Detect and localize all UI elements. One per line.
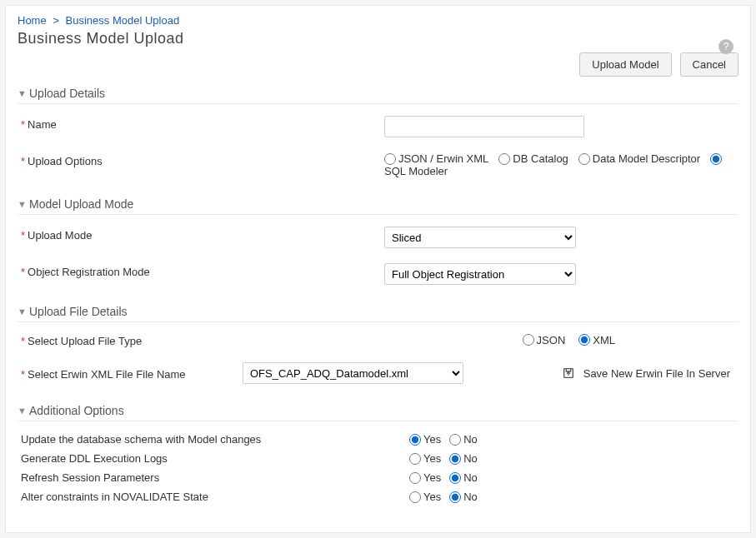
name-input[interactable] <box>384 116 584 137</box>
object-registration-select[interactable]: Full Object Registration <box>384 263 576 285</box>
radio-gen-ddl-yes[interactable] <box>409 453 421 465</box>
erwin-file-select[interactable]: OFS_CAP_ADQ_Datamodel.xml <box>243 362 463 384</box>
radio-file-xml[interactable] <box>578 334 590 346</box>
label-dmd: Data Model Descriptor <box>593 152 700 165</box>
chevron-down-icon: ▼ <box>18 88 26 98</box>
chevron-down-icon: ▼ <box>18 199 26 209</box>
chevron-down-icon: ▼ <box>18 306 26 316</box>
file-type-group: JSON XML <box>243 334 738 346</box>
refresh-session-label: Refresh Session Parameters <box>18 471 409 484</box>
update-schema-label: Update the database schema with Model ch… <box>18 433 409 446</box>
label-no: No <box>463 433 478 446</box>
label-yes: Yes <box>423 452 441 465</box>
radio-dmd[interactable] <box>578 153 590 165</box>
row-file-type: *Select Upload File Type JSON XML <box>18 331 738 359</box>
row-refresh-session: Refresh Session Parameters Yes No <box>18 468 738 487</box>
breadcrumb: Home > Business Model Upload <box>18 14 738 27</box>
radio-alter-no[interactable] <box>449 491 461 503</box>
radio-sql-modeler[interactable] <box>710 153 722 165</box>
section-header-additional-options[interactable]: ▼ Additional Options <box>18 404 738 421</box>
label-yes: Yes <box>423 433 441 446</box>
section-header-upload-file-details[interactable]: ▼ Upload File Details <box>18 305 738 322</box>
row-upload-options: *Upload Options JSON / Erwin XML DB Cata… <box>18 149 738 189</box>
section-title: Additional Options <box>29 404 124 417</box>
object-registration-label: *Object Registration Mode <box>18 263 243 278</box>
section-title: Upload File Details <box>29 305 128 318</box>
radio-gen-ddl-no[interactable] <box>449 453 461 465</box>
save-new-file[interactable]: Save New Erwin File In Server <box>562 366 730 380</box>
row-object-registration: *Object Registration Mode Full Object Re… <box>18 260 738 296</box>
save-icon <box>562 366 575 380</box>
breadcrumb-separator: > <box>53 14 59 27</box>
upload-mode-label-text: Upload Mode <box>28 229 92 242</box>
label-sql-modeler: SQL Modeler <box>384 165 448 177</box>
section-upload-details: ▼ Upload Details *Name *Upload Options J… <box>18 87 738 189</box>
cancel-button[interactable]: Cancel <box>680 52 738 77</box>
row-gen-ddl: Generate DDL Execution Logs Yes No <box>18 449 738 468</box>
row-update-schema: Update the database schema with Model ch… <box>18 430 738 449</box>
label-no: No <box>463 452 478 465</box>
chevron-down-icon: ▼ <box>18 406 26 416</box>
label-db-catalog: DB Catalog <box>513 152 568 165</box>
breadcrumb-current-link[interactable]: Business Model Upload <box>66 14 180 27</box>
section-upload-file-details: ▼ Upload File Details *Select Upload Fil… <box>18 305 738 396</box>
upload-options-label: *Upload Options <box>18 152 243 167</box>
page-title: Business Model Upload <box>18 30 738 47</box>
row-upload-mode: *Upload Mode Sliced <box>18 223 738 260</box>
radio-file-json[interactable] <box>523 334 534 346</box>
alter-constraints-label: Alter constraints in NOVALIDATE State <box>18 491 409 503</box>
label-no: No <box>463 491 478 503</box>
row-erwin-file: *Select Erwin XML File File Name OFS_CAP… <box>18 359 738 396</box>
name-label: *Name <box>18 116 243 131</box>
section-title: Model Upload Mode <box>29 197 133 211</box>
radio-refresh-yes[interactable] <box>409 472 421 484</box>
object-registration-label-text: Object Registration Mode <box>28 266 150 278</box>
upload-mode-label: *Upload Mode <box>18 227 243 242</box>
label-file-xml: XML <box>593 334 615 346</box>
radio-json-erwin[interactable] <box>384 153 396 165</box>
radio-alter-yes[interactable] <box>409 491 421 503</box>
upload-mode-select[interactable]: Sliced <box>384 227 576 248</box>
radio-db-catalog[interactable] <box>498 153 510 165</box>
section-header-upload-details[interactable]: ▼ Upload Details <box>18 87 738 104</box>
row-name: *Name <box>18 112 738 149</box>
row-alter-constraints: Alter constraints in NOVALIDATE State Ye… <box>18 487 738 506</box>
label-yes: Yes <box>423 471 441 484</box>
label-yes: Yes <box>423 491 441 503</box>
upload-options-group: JSON / Erwin XML DB Catalog Data Model D… <box>384 152 738 165</box>
section-additional-options: ▼ Additional Options Update the database… <box>18 404 738 506</box>
file-type-label-text: Select Upload File Type <box>28 335 142 347</box>
label-no: No <box>463 471 478 484</box>
upload-model-button[interactable]: Upload Model <box>579 52 671 77</box>
action-bar: Upload Model Cancel <box>18 52 738 77</box>
upload-options-label-text: Upload Options <box>28 155 103 167</box>
save-new-file-text: Save New Erwin File In Server <box>583 367 730 380</box>
erwin-file-label: *Select Erwin XML File File Name <box>18 366 243 381</box>
name-label-text: Name <box>28 118 57 131</box>
section-model-upload-mode: ▼ Model Upload Mode *Upload Mode Sliced … <box>18 197 738 296</box>
erwin-file-label-text: Select Erwin XML File File Name <box>28 368 186 381</box>
help-icon[interactable]: ? <box>718 39 733 54</box>
breadcrumb-home-link[interactable]: Home <box>18 14 47 27</box>
section-header-model-upload-mode[interactable]: ▼ Model Upload Mode <box>18 197 738 215</box>
radio-update-schema-yes[interactable] <box>409 434 421 446</box>
radio-update-schema-no[interactable] <box>449 434 461 446</box>
gen-ddl-label: Generate DDL Execution Logs <box>18 452 409 465</box>
file-type-label: *Select Upload File Type <box>18 332 243 347</box>
page-container: Home > Business Model Upload Business Mo… <box>5 5 751 533</box>
label-file-json: JSON <box>537 334 566 346</box>
label-json-erwin: JSON / Erwin XML <box>398 152 488 165</box>
radio-refresh-no[interactable] <box>449 472 461 484</box>
section-title: Upload Details <box>29 87 105 100</box>
